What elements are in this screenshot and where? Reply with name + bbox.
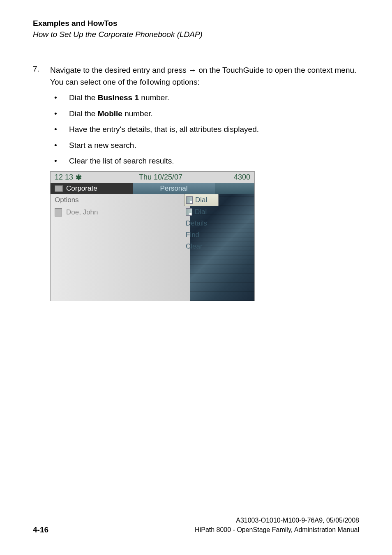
menu-label: Find [186,231,199,239]
menu-label: Dial [195,208,207,216]
status-extension: 4300 [234,173,250,182]
tab-label: Corporate [66,184,97,193]
bullet-icon: • [50,155,69,167]
status-date: Thu 10/25/07 [82,173,234,182]
tab-personal[interactable]: Personal [133,183,215,194]
row-entry[interactable]: Doe, John [51,206,190,219]
menu-details[interactable]: Details [184,218,219,229]
page-footer: 4-16 A31003-O1010-M100-9-76A9, 05/05/200… [33,516,359,534]
list-item: • Start a new search. [50,140,359,152]
list-item: • Dial the Business 1 number. [50,92,359,104]
doc-id: A31003-O1010-M100-9-76A9, 05/05/2008 [195,516,359,525]
manual-name: HiPath 8000 - OpenStage Family, Administ… [195,525,359,534]
list-text: Have the entry's details, that is, all a… [69,124,259,136]
person-icon [55,208,62,216]
phone-list: Options Doe, John [51,194,190,301]
bullet-icon: • [50,124,69,136]
bullet-icon: • [50,108,69,120]
book-icon [55,185,63,192]
status-time: 12 13 [55,173,73,182]
context-menu: Dial Dial Details Find Clear [184,194,219,252]
list-item: • Clear the list of search results. [50,155,359,167]
entry-name: Doe, John [66,208,98,216]
menu-find[interactable]: Find [184,229,219,241]
list-text: Start a new search. [69,140,136,152]
menu-dial-business[interactable]: Dial [184,194,219,206]
list-item: • Dial the Mobile number. [50,108,359,120]
phone-tabs: Corporate Personal [51,183,254,194]
list-item: • Have the entry's details, that is, all… [50,124,359,136]
menu-dial-mobile[interactable]: Dial [184,206,219,218]
arrow-icon: → [189,66,196,74]
options-label: Options [55,196,79,204]
menu-label: Details [186,219,207,228]
menu-label: Clear [186,242,203,251]
row-options[interactable]: Options [51,194,190,206]
header-title: Examples and HowTos [33,18,359,29]
mobile-icon [186,208,192,216]
step-number: 7. [33,64,50,88]
step-text: Navigate to the desired entry and press … [50,64,359,88]
step-text-before: Navigate to the desired entry and press [50,66,189,74]
bullet-icon: • [50,140,69,152]
phone-screenshot: 12 13 ✱ Thu 10/25/07 4300 Corporate Pers… [50,171,255,301]
menu-label: Dial [195,196,207,204]
menu-clear[interactable]: Clear [184,241,219,252]
step-7: 7. Navigate to the desired entry and pre… [33,64,359,88]
footer-right: A31003-O1010-M100-9-76A9, 05/05/2008 HiP… [195,516,359,534]
tab-filler [215,183,254,194]
options-list: • Dial the Business 1 number. • Dial the… [50,92,359,167]
status-left: 12 13 ✱ [55,173,82,182]
phone-body: Options Doe, John Dial Dial Details Find [51,194,254,301]
tab-label: Personal [160,184,187,193]
phone-statusbar: 12 13 ✱ Thu 10/25/07 4300 [51,172,254,183]
list-text: Dial the Mobile number. [69,108,153,120]
bullet-icon: • [50,92,69,104]
list-text: Dial the Business 1 number. [69,92,169,104]
tab-corporate[interactable]: Corporate [51,183,133,194]
business-icon [186,196,193,204]
page-header: Examples and HowTos How to Set Up the Co… [33,18,359,40]
header-subtitle: How to Set Up the Corporate Phonebook (L… [33,29,359,40]
page-number: 4-16 [33,525,48,534]
list-text: Clear the list of search results. [69,155,174,167]
bluetooth-icon: ✱ [76,173,82,182]
